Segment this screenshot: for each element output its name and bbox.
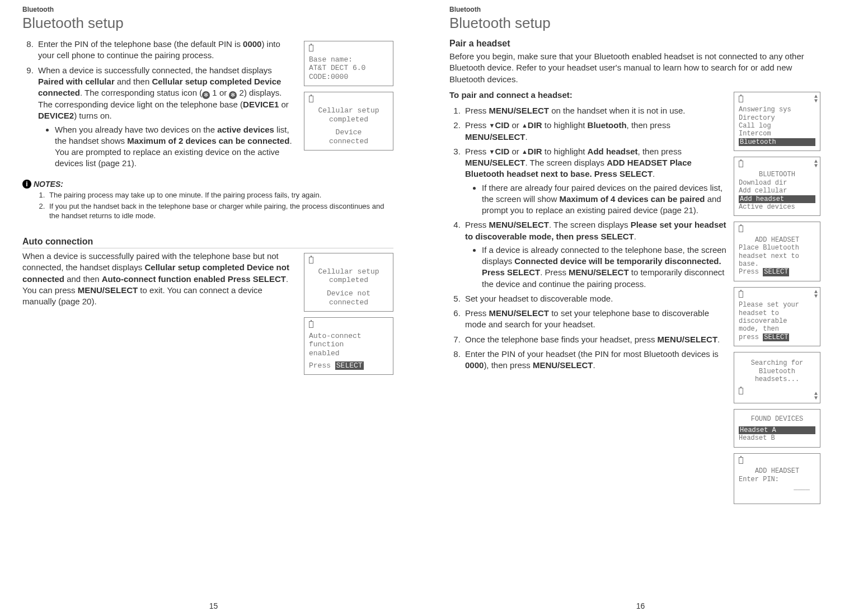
battery-icon bbox=[739, 457, 743, 464]
lcd-line: completed bbox=[309, 276, 388, 285]
note-2: If you put the handset back in the telep… bbox=[47, 202, 393, 221]
lcd-stack-auto: Cellular setup completed Device not conn… bbox=[304, 253, 393, 380]
lcd-line: connected bbox=[309, 137, 388, 146]
lcd-auto-connect: Auto-connect function enabled Press SELE… bbox=[304, 317, 393, 375]
lcd-connected: Cellular setup completed Device connecte… bbox=[304, 92, 393, 151]
battery-icon bbox=[739, 96, 743, 102]
lcd-enter-pin: ADD HEADSET Enter PIN: ____ bbox=[734, 453, 820, 505]
lcd-line: Headset A bbox=[739, 426, 815, 434]
battery-icon bbox=[739, 291, 743, 298]
page-15: Bluetooth Bluetooth setup Base name: AT&… bbox=[0, 0, 427, 616]
notes-list: The pairing process may take up to one m… bbox=[47, 191, 393, 222]
lcd-line: Bluetooth bbox=[739, 368, 815, 375]
lcd-line: AT&T DECT 6.0 bbox=[309, 64, 388, 73]
battery-icon bbox=[739, 225, 743, 232]
pair-headset-heading: Pair a headset bbox=[449, 39, 820, 49]
scroll-arrows-icon: ▲▼ bbox=[814, 392, 818, 401]
lcd-line: Device not bbox=[309, 289, 388, 298]
lcd-title: BLUETOOTH bbox=[739, 171, 815, 178]
page-16: Bluetooth Bluetooth setup Pair a headset… bbox=[427, 0, 854, 616]
lcd-line: Download dir bbox=[739, 179, 815, 187]
battery-icon bbox=[309, 96, 313, 102]
battery-icon bbox=[739, 161, 743, 167]
lcd-line: Place Bluetooth bbox=[739, 244, 815, 252]
lcd-title: ADD HEADSET bbox=[739, 467, 815, 475]
auto-connection-heading: Auto connection bbox=[22, 237, 393, 248]
lcd-base-name: Base name: AT&T DECT 6.0 CODE:0000 bbox=[304, 41, 393, 86]
lcd-line: Active devices bbox=[739, 203, 815, 211]
down-triangle-icon: ▼ bbox=[489, 121, 495, 130]
lcd-line: Directory bbox=[739, 114, 815, 122]
lcd-line: Answering sys bbox=[739, 106, 815, 114]
lcd-line: base. bbox=[739, 260, 815, 268]
lcd-line: Bluetooth bbox=[739, 138, 815, 146]
scroll-arrows-icon: ▲▼ bbox=[814, 95, 818, 104]
up-triangle-icon: ▲ bbox=[522, 121, 528, 130]
note-1: The pairing process may take up to one m… bbox=[47, 191, 393, 200]
lcd-line: CODE:0000 bbox=[309, 73, 388, 82]
battery-icon bbox=[739, 388, 743, 394]
lcd-line: Press SELECT bbox=[309, 361, 388, 370]
lcd-line: Searching for bbox=[739, 359, 815, 367]
notes-heading: i NOTES: bbox=[22, 180, 393, 189]
lcd-bluetooth-menu: ▲▼ BLUETOOTH Download dir Add cellular A… bbox=[734, 157, 820, 216]
lcd-line: Add cellular bbox=[739, 187, 815, 195]
lcd-line: Add headset bbox=[739, 195, 815, 203]
lcd-line: Intercom bbox=[739, 130, 815, 138]
lcd-add-headset: ADD HEADSET Place Bluetooth headset next… bbox=[734, 222, 820, 281]
lcd-line: Press SELECT bbox=[739, 268, 815, 276]
lcd-line: Headset B bbox=[739, 434, 815, 442]
lcd-line: connected bbox=[309, 298, 388, 307]
page-title: Bluetooth setup bbox=[22, 15, 393, 32]
down-triangle-icon: ▼ bbox=[489, 148, 495, 156]
lcd-main-menu: ▲▼ Answering sys Directory Call log Inte… bbox=[734, 92, 820, 151]
lcd-line: headsets... bbox=[739, 375, 815, 383]
lcd-title: FOUND DEVICES bbox=[739, 415, 815, 423]
lcd-stack: Base name: AT&T DECT 6.0 CODE:0000 Cellu… bbox=[304, 41, 393, 156]
page-title: Bluetooth setup bbox=[449, 15, 820, 32]
lcd-line: headset to bbox=[739, 309, 815, 317]
lcd-stack-pair: ▲▼ Answering sys Directory Call log Inte… bbox=[734, 92, 820, 510]
page-number: 15 bbox=[209, 601, 218, 610]
lcd-line: Device bbox=[309, 128, 388, 137]
battery-icon bbox=[309, 321, 313, 328]
scroll-arrows-icon: ▲▼ bbox=[814, 290, 818, 299]
lcd-found-devices: FOUND DEVICES Headset A Headset B bbox=[734, 409, 820, 448]
lcd-line: mode, then bbox=[739, 325, 815, 333]
lcd-searching: Searching for Bluetooth headsets... ▲▼ bbox=[734, 352, 820, 403]
lcd-line: headset next to bbox=[739, 252, 815, 260]
bluetooth-icon: ✻ bbox=[202, 91, 210, 99]
page-number: 16 bbox=[636, 601, 645, 610]
scroll-arrows-icon: ▲▼ bbox=[814, 159, 818, 168]
lcd-line: press SELECT bbox=[739, 333, 815, 341]
lcd-line: ____ bbox=[739, 483, 815, 491]
lcd-line: Enter PIN: bbox=[739, 476, 815, 483]
up-triangle-icon: ▲ bbox=[522, 148, 528, 156]
lcd-line: completed bbox=[309, 115, 388, 124]
lcd-title: ADD HEADSET bbox=[739, 236, 815, 244]
lcd-not-connected: Cellular setup completed Device not conn… bbox=[304, 253, 393, 312]
info-icon: i bbox=[22, 180, 31, 189]
section-header: Bluetooth bbox=[22, 6, 393, 13]
lcd-line: function bbox=[309, 340, 388, 349]
pair-intro: Before you begin, make sure that your Bl… bbox=[449, 51, 820, 85]
bluetooth-icon: ✻ bbox=[229, 91, 237, 99]
battery-icon bbox=[309, 257, 313, 264]
lcd-line: Auto-connect bbox=[309, 332, 388, 341]
lcd-line: Please set your bbox=[739, 301, 815, 309]
lcd-line: Cellular setup bbox=[309, 106, 388, 115]
section-header: Bluetooth bbox=[449, 6, 820, 13]
lcd-line: Base name: bbox=[309, 55, 388, 64]
lcd-line: Cellular setup bbox=[309, 267, 388, 276]
lcd-line: enabled bbox=[309, 349, 388, 358]
lcd-line: discoverable bbox=[739, 317, 815, 325]
lcd-discoverable: ▲▼ Please set your headset to discoverab… bbox=[734, 287, 820, 346]
battery-icon bbox=[309, 45, 313, 51]
lcd-line: Call log bbox=[739, 122, 815, 130]
